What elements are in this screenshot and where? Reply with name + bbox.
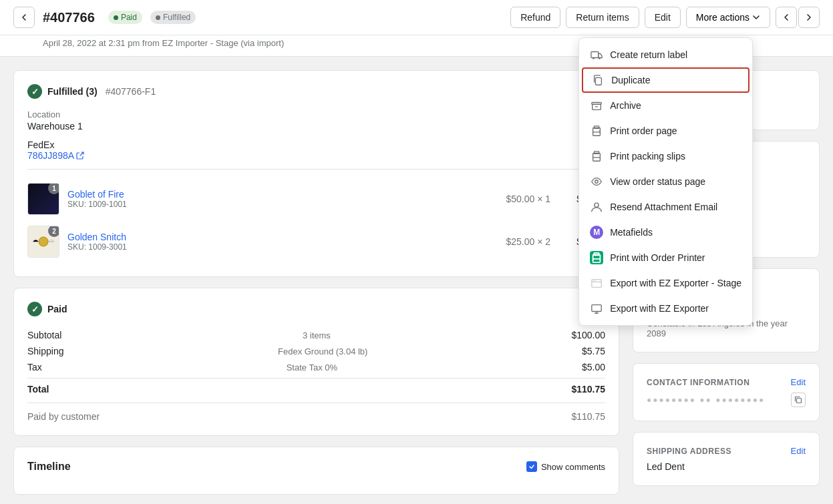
menu-label-archive: Archive bbox=[610, 100, 641, 111]
shipping-header: SHIPPING ADDRESS Edit bbox=[647, 446, 806, 456]
fulfillment-card: ✓ Fulfilled (3) #407766-F1 ••• Location … bbox=[13, 70, 619, 277]
fulfillment-title: ✓ Fulfilled (3) #407766-F1 bbox=[27, 84, 156, 99]
top-bar-actions: Refund Return items Edit More actions bbox=[510, 7, 820, 28]
payment-card: ✓ Paid Subtotal 3 items $100.00 Shipping… bbox=[13, 288, 619, 436]
product-price-snitch: $25.00 × 2 bbox=[484, 236, 550, 247]
menu-label-create-return: Create return label bbox=[610, 49, 687, 60]
product-row-goblet: 1 Goblet of Fire SKU: 1009-1001 $50.00 ×… bbox=[27, 178, 605, 220]
contact-header: CONTACT INFORMATION Edit bbox=[647, 377, 806, 387]
green-print-icon bbox=[590, 251, 603, 264]
top-bar: #407766 Paid Fulfilled Refund Return ite… bbox=[0, 0, 833, 35]
tax-label: Tax bbox=[27, 362, 42, 372]
shipping-sub: Fedex Ground (3.04 lb) bbox=[278, 346, 367, 356]
svg-rect-4 bbox=[592, 103, 601, 105]
product-sku-snitch: SKU: 1009-3001 bbox=[67, 242, 476, 252]
back-button[interactable] bbox=[13, 7, 35, 28]
menu-item-view-status[interactable]: View order status page bbox=[579, 169, 752, 194]
product-qty-badge-goblet: 1 bbox=[48, 183, 59, 194]
contact-edit-link[interactable]: Edit bbox=[791, 377, 806, 387]
menu-item-export-ez-stage[interactable]: Export with EZ Exporter - Stage bbox=[579, 270, 752, 296]
print-packing-icon bbox=[590, 150, 603, 163]
show-comments-checkbox[interactable] bbox=[526, 461, 537, 472]
shipping-label: Shipping bbox=[27, 346, 64, 356]
menu-label-print-packing: Print packing slips bbox=[610, 151, 685, 162]
external-link-icon bbox=[76, 152, 84, 160]
paid-by-amount: $110.75 bbox=[571, 411, 605, 422]
shipping-edit-link[interactable]: Edit bbox=[791, 446, 806, 456]
chevron-right-icon bbox=[804, 13, 814, 22]
export-ez-stage-icon bbox=[590, 276, 603, 290]
shipping-row: Shipping Fedex Ground (3.04 lb) $5.75 bbox=[27, 343, 605, 359]
eye-icon bbox=[590, 175, 603, 188]
truck-icon bbox=[590, 48, 603, 61]
copy-contact-button[interactable] bbox=[791, 393, 806, 407]
nav-arrows bbox=[776, 7, 820, 28]
more-actions-button[interactable]: More actions bbox=[686, 7, 770, 28]
svg-point-15 bbox=[593, 280, 594, 281]
product-name-goblet[interactable]: Goblet of Fire bbox=[67, 189, 124, 200]
return-items-button[interactable]: Return items bbox=[566, 7, 639, 28]
menu-item-print-packing[interactable]: Print packing slips bbox=[579, 144, 752, 169]
svg-rect-6 bbox=[595, 126, 599, 129]
menu-item-archive[interactable]: Archive bbox=[579, 93, 752, 118]
more-actions-dropdown: Create return label Duplicate bbox=[578, 37, 753, 326]
svg-rect-0 bbox=[591, 52, 599, 58]
subtotal-label: Subtotal bbox=[27, 330, 61, 340]
edit-button[interactable]: Edit bbox=[645, 7, 681, 28]
timeline-card: Timeline Show comments bbox=[13, 447, 619, 495]
svg-point-18 bbox=[39, 237, 48, 246]
shipping-amount: $5.75 bbox=[582, 346, 605, 356]
paid-badge-dot bbox=[114, 15, 118, 20]
total-amount: $110.75 bbox=[571, 384, 605, 395]
prev-order-button[interactable] bbox=[776, 7, 797, 28]
contact-masked-value: ●●●●●●●● ●● ●●●●●●●● bbox=[647, 395, 765, 405]
svg-rect-17 bbox=[592, 305, 601, 312]
menu-item-create-return-label[interactable]: Create return label bbox=[579, 42, 752, 67]
refund-button[interactable]: Refund bbox=[510, 7, 560, 28]
menu-item-print-order[interactable]: Print order page bbox=[579, 118, 752, 144]
svg-rect-21 bbox=[797, 399, 802, 403]
duplicate-icon bbox=[591, 73, 605, 87]
archive-icon bbox=[590, 99, 603, 112]
svg-point-2 bbox=[599, 57, 601, 59]
product-image-goblet: 1 bbox=[27, 183, 59, 215]
product-image-snitch: 2 bbox=[27, 226, 59, 258]
svg-rect-12 bbox=[593, 259, 601, 262]
location-row: Location Warehouse 1 bbox=[27, 109, 605, 132]
tracking-link[interactable]: 786JJ898A bbox=[27, 150, 605, 161]
fulfilled-icon: ✓ bbox=[27, 84, 42, 99]
paid-badge: Paid bbox=[108, 11, 142, 24]
tax-sub: State Tax 0% bbox=[287, 362, 337, 372]
product-qty-badge-snitch: 2 bbox=[48, 226, 59, 237]
svg-rect-13 bbox=[595, 253, 599, 256]
product-row-snitch: 2 Golden Snitch SKU: 1009-3001 $25.00 × … bbox=[27, 220, 605, 263]
menu-item-resend-attachment[interactable]: Resend Attachment Email bbox=[579, 194, 752, 220]
order-number: #407766 bbox=[43, 10, 95, 25]
menu-item-export-ez[interactable]: Export with EZ Exporter bbox=[579, 296, 752, 321]
menu-label-resend-attachment: Resend Attachment Email bbox=[610, 202, 717, 212]
svg-point-7 bbox=[599, 130, 600, 131]
fulfilled-badge: Fulfilled bbox=[150, 11, 196, 24]
svg-rect-3 bbox=[596, 77, 602, 85]
timeline-header: Timeline Show comments bbox=[27, 461, 605, 473]
product-name-snitch[interactable]: Golden Snitch bbox=[67, 232, 126, 242]
menu-label-export-ez-stage: Export with EZ Exporter - Stage bbox=[610, 278, 741, 288]
menu-item-metafields[interactable]: M Metafields bbox=[579, 220, 752, 245]
next-order-button[interactable] bbox=[798, 7, 820, 28]
menu-label-print-order: Print order page bbox=[610, 125, 677, 136]
print-icon bbox=[590, 124, 603, 138]
svg-point-1 bbox=[593, 57, 595, 59]
payment-title: ✓ Paid bbox=[27, 302, 67, 316]
svg-rect-5 bbox=[593, 132, 601, 136]
menu-item-print-order-printer[interactable]: Print with Order Printer bbox=[579, 245, 752, 270]
paid-by-row: Paid by customer $110.75 bbox=[27, 403, 605, 422]
left-column: ✓ Fulfilled (3) #407766-F1 ••• Location … bbox=[13, 70, 619, 495]
fulfillment-id: #407766-F1 bbox=[106, 86, 156, 97]
paid-by-label: Paid by customer bbox=[27, 411, 100, 422]
svg-point-16 bbox=[595, 280, 596, 281]
svg-point-11 bbox=[595, 203, 599, 207]
menu-item-duplicate[interactable]: Duplicate bbox=[582, 67, 749, 93]
contact-card: CONTACT INFORMATION Edit ●●●●●●●● ●● ●●●… bbox=[633, 363, 820, 421]
svg-rect-9 bbox=[595, 152, 599, 154]
menu-label-metafields: Metafields bbox=[610, 227, 653, 238]
